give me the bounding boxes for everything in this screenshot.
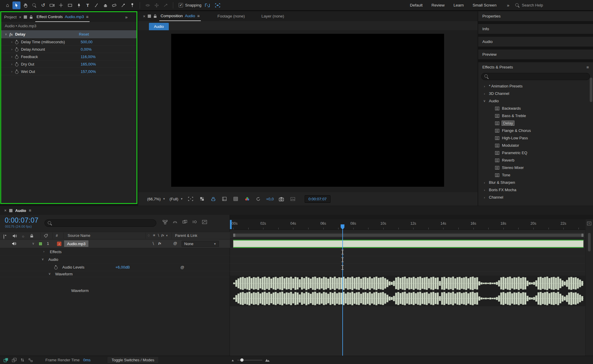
eye-icon[interactable] [4,234,4,239]
effects-group-row[interactable]: › Effects [0,248,230,256]
panel-menu-icon[interactable]: ≡ [586,65,589,70]
sidebar-scrollbar[interactable] [590,78,592,102]
layer-row[interactable]: ∨ 1 ♪ Audio.mp3 ∖ fx @ None ▼ [0,240,230,248]
snap-normal-icon[interactable] [204,1,212,9]
snap-features-icon[interactable] [214,1,222,9]
property-value[interactable]: 157,00% [81,69,96,74]
motion-blur-icon[interactable] [192,220,197,224]
collapsed-panel-header[interactable]: Properties [478,11,593,21]
snapshot-icon[interactable] [278,196,285,202]
track-scrollbar[interactable] [588,233,591,251]
pan-behind-tool-icon[interactable] [57,1,65,9]
tab-composition[interactable]: Composition Audio ≡ [159,11,201,21]
flowchart-icon[interactable] [28,358,33,362]
close-icon[interactable]: × [4,208,7,213]
tab-effect-controls[interactable]: Effect Controls Audio.mp3 ≡ [35,12,90,22]
pen-tool-icon[interactable] [75,1,83,9]
tab-footage[interactable]: Footage (none) [217,14,245,18]
lock-icon[interactable] [29,15,33,19]
collapsed-panel-header[interactable]: Audio [478,37,593,47]
effects-presets-row[interactable]: Tone [478,171,593,179]
fx-switch-icon[interactable]: fx [158,241,161,245]
magnification-dropdown[interactable]: (66,7%) ▼ [147,197,165,201]
stopwatch-icon[interactable] [15,55,19,59]
guides-icon[interactable] [221,196,228,202]
rectangle-tool-icon[interactable] [66,1,74,9]
effects-presets-row[interactable]: › Blur & Sharpen [478,179,593,186]
stopwatch-icon[interactable] [15,70,19,74]
effects-presets-row[interactable]: › * Animation Presets [478,82,593,90]
workspace-tab[interactable]: Learn [454,3,464,7]
navigator-start-handle[interactable] [230,220,232,229]
effects-presets-row[interactable]: Stereo Mixer [478,164,593,171]
waveform-row[interactable]: ∨ Waveform [0,271,230,277]
graph-editor-icon[interactable] [202,220,207,224]
transparency-grid-icon[interactable] [198,196,206,202]
effect-property-row[interactable]: › Wet Out 157,00% [1,68,136,75]
lock-icon[interactable] [153,14,157,18]
effect-property-row[interactable]: › Feedback 116,00% [1,53,136,60]
roto-brush-tool-icon[interactable] [119,1,127,9]
collapsed-panel-header[interactable]: Preview [478,50,593,59]
audio-group-row[interactable]: ∨ Audio [0,256,230,264]
frame-blending-icon[interactable] [182,220,187,224]
property-value[interactable]: 0,00% [81,47,92,52]
close-icon[interactable]: × [19,15,21,20]
effects-presets-row[interactable]: Reverb [478,157,593,164]
effect-header-row[interactable]: ∨ fx Delay Reset [1,30,136,38]
snapshot-stack-icon[interactable] [12,358,17,362]
label-color-icon[interactable] [44,234,48,238]
reset-exposure-icon[interactable] [255,196,262,202]
chevron-right-icon[interactable]: › [11,40,12,44]
audio-levels-value[interactable]: +6,00dB [115,265,130,269]
layer-color-chip[interactable] [39,242,42,246]
tree-chevron-icon[interactable]: › [483,92,486,95]
chevron-right-icon[interactable]: › [11,70,12,73]
expression-pickwhip-icon[interactable]: @ [180,265,184,269]
mask-visibility-icon[interactable] [210,196,217,202]
effects-presets-row[interactable]: Modulator [478,142,593,149]
panel-menu-icon[interactable]: ≡ [29,208,31,213]
workspace-overflow-icon[interactable]: » [507,3,509,8]
time-navigator[interactable] [230,215,593,219]
panel-group-icon[interactable] [9,209,12,212]
puppet-pin-tool-icon[interactable] [128,1,136,9]
work-area-bar[interactable] [233,234,584,237]
effects-presets-row[interactable]: Backwards [478,105,593,112]
zoom-in-mountain-icon[interactable] [265,358,270,362]
quality-switch-icon[interactable]: ∖ [152,241,154,246]
effects-presets-title[interactable]: Effects & Presets [482,65,513,69]
rotation-tool-icon[interactable]: ↺ [39,1,47,9]
property-value[interactable]: 116,00% [81,55,96,59]
timeline-tab-label[interactable]: Audio [15,208,26,213]
timeline-search-input[interactable] [44,219,156,227]
effects-presets-row[interactable]: › Channel [478,194,593,201]
column-number[interactable]: # [56,234,58,238]
grid-icon[interactable] [232,196,239,202]
type-tool-icon[interactable]: T [84,1,92,9]
region-of-interest-icon[interactable] [187,196,194,202]
stopwatch-icon[interactable] [15,62,19,66]
hide-shy-layers-icon[interactable] [173,220,177,224]
tab-overflow-icon[interactable]: » [125,15,128,20]
zoom-slider[interactable] [237,360,262,360]
chevron-right-icon[interactable]: › [11,55,12,58]
workspace-tab[interactable]: Review [432,3,445,7]
chevron-down-icon[interactable]: ∨ [42,257,44,261]
time-ruler[interactable]: 0:00s02s04s06s08s10s12s14s16s18s20s22s [230,219,585,230]
effects-presets-row[interactable]: High-Low Pass [478,134,593,142]
layer-name[interactable]: Audio.mp3 [64,240,88,247]
property-value[interactable]: 165,00% [81,62,96,66]
solo-icon[interactable]: ○ [22,234,24,239]
clone-stamp-tool-icon[interactable] [101,1,109,9]
comp-marker-bin-icon[interactable]: ∨ [587,222,591,225]
effects-presets-row[interactable]: › Boris FX Mocha [478,186,593,194]
shy-switch-icon[interactable]: ◌ [148,233,150,237]
collapse-switch-icon[interactable]: ☀ [152,233,156,237]
effects-presets-row[interactable]: Delay [478,119,593,127]
exposure-value[interactable]: +0,0 [266,197,274,201]
column-arrows-icon[interactable] [20,358,25,362]
render-status-icon[interactable] [4,358,8,362]
effects-presets-row[interactable]: ∨ Audio [478,97,593,105]
property-value[interactable]: 500,00 [81,40,93,44]
